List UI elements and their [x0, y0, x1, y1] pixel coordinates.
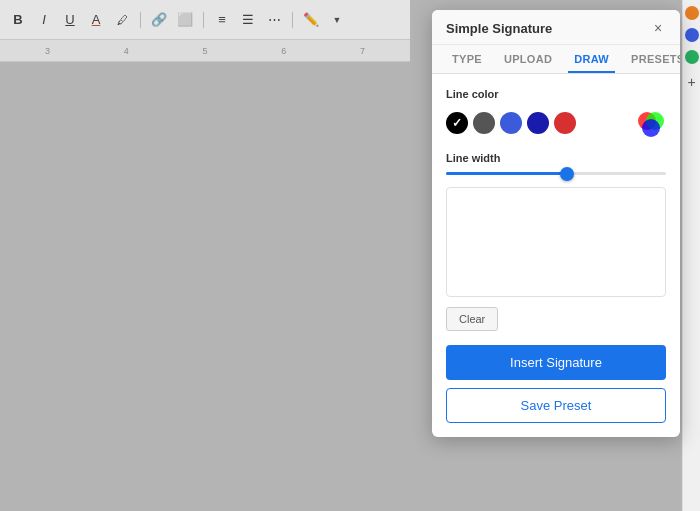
- draw-canvas[interactable]: [446, 187, 666, 297]
- line-width-label: Line width: [446, 152, 666, 164]
- slider-track: [446, 172, 666, 175]
- simple-signature-modal: Simple Signature × TYPE UPLOAD DRAW PRES…: [432, 10, 680, 437]
- modal-draw-panel: Line color: [432, 74, 680, 437]
- tab-draw[interactable]: DRAW: [568, 45, 615, 73]
- tab-upload[interactable]: UPLOAD: [498, 45, 558, 73]
- svg-point-2: [642, 119, 660, 137]
- modal-tabs: TYPE UPLOAD DRAW PRESETS: [432, 45, 680, 74]
- modal-close-button[interactable]: ×: [650, 20, 666, 36]
- color-row: [446, 108, 666, 138]
- color-swatch-red[interactable]: [554, 112, 576, 134]
- modal-title: Simple Signature: [446, 21, 552, 36]
- slider-fill: [446, 172, 567, 175]
- tab-type[interactable]: TYPE: [446, 45, 488, 73]
- color-swatch-darkblue[interactable]: [527, 112, 549, 134]
- color-picker-icon[interactable]: [636, 108, 666, 138]
- save-preset-button[interactable]: Save Preset: [446, 388, 666, 423]
- line-color-label: Line color: [446, 88, 666, 100]
- color-swatches: [446, 112, 576, 134]
- strip-orange-icon[interactable]: [685, 6, 699, 20]
- strip-plus-icon[interactable]: +: [687, 74, 695, 90]
- right-sidebar-strip: +: [682, 0, 700, 511]
- clear-button[interactable]: Clear: [446, 307, 498, 331]
- slider-container: [446, 172, 666, 175]
- strip-green-icon[interactable]: [685, 50, 699, 64]
- insert-signature-button[interactable]: Insert Signature: [446, 345, 666, 380]
- line-width-section: Line width: [446, 152, 666, 175]
- modal-header: Simple Signature ×: [432, 10, 680, 45]
- tab-presets[interactable]: PRESETS: [625, 45, 680, 73]
- strip-blue-icon[interactable]: [685, 28, 699, 42]
- color-swatch-black[interactable]: [446, 112, 468, 134]
- editor-background: B I U A 🖊 🔗 ⬜ ≡ ☰ ⋯ ✏️ ▼ 3 4 5 6 7 +: [0, 0, 700, 511]
- slider-thumb[interactable]: [560, 167, 574, 181]
- color-swatch-darkgray[interactable]: [473, 112, 495, 134]
- color-swatch-blue[interactable]: [500, 112, 522, 134]
